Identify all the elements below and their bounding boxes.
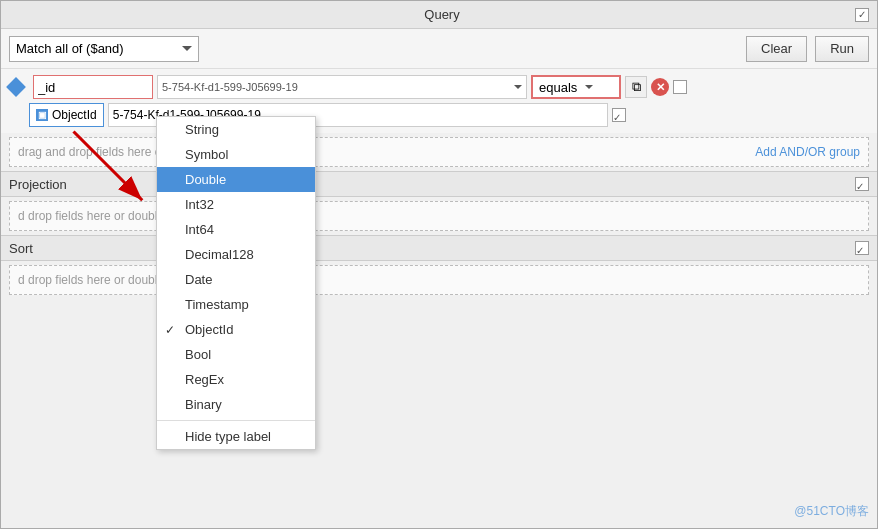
main-content: 5-754-Kf-d1-599-J05699-19 equals ⧉ ✕ ▣ O… <box>1 69 877 528</box>
type-hide-label-text: Hide type label <box>185 429 271 444</box>
field-name-input[interactable] <box>33 75 153 99</box>
type-int32-label: Int32 <box>185 197 214 212</box>
type-dropdown-menu: String Symbol Double Int32 Int64 Decimal… <box>156 116 316 450</box>
type-menu-double[interactable]: Double <box>157 167 315 192</box>
row-enable-checkbox[interactable] <box>673 80 687 94</box>
title-checkbox[interactable]: ✓ <box>855 8 869 22</box>
watermark: @51CTO博客 <box>794 503 869 520</box>
objectid-icon: ▣ <box>36 109 48 121</box>
projection-checkbox[interactable]: ✓ <box>855 177 869 191</box>
row-indent <box>9 80 29 94</box>
field-value-dropdown[interactable]: 5-754-Kf-d1-599-J05699-19 <box>157 75 527 99</box>
type-timestamp-label: Timestamp <box>185 297 249 312</box>
projection-header: Projection ✓ <box>1 171 877 197</box>
title-bar: Query ✓ <box>1 1 877 29</box>
sort-title: Sort <box>9 241 33 256</box>
clear-button[interactable]: Clear <box>746 36 807 62</box>
window-title: Query <box>29 7 855 22</box>
objectid-row: ▣ ObjectId ✓ <box>9 103 869 127</box>
type-menu-date[interactable]: Date <box>157 267 315 292</box>
match-dropdown-arrow <box>182 46 192 51</box>
type-symbol-label: Symbol <box>185 147 228 162</box>
field-type-icon <box>6 77 26 97</box>
sort-header: Sort ✓ <box>1 235 877 261</box>
type-menu-int32[interactable]: Int32 <box>157 192 315 217</box>
match-label: Match all of ($and) <box>16 41 176 56</box>
field-value-arrow <box>514 85 522 89</box>
type-bool-label: Bool <box>185 347 211 362</box>
projection-title: Projection <box>9 177 67 192</box>
type-string-label: String <box>185 122 219 137</box>
run-button[interactable]: Run <box>815 36 869 62</box>
query-field-row: 5-754-Kf-d1-599-J05699-19 equals ⧉ ✕ <box>9 75 869 99</box>
filter-drag-row: drag and drop fields here or double-clic… <box>9 137 869 167</box>
operator-label: equals <box>539 80 577 95</box>
type-double-label: Double <box>185 172 226 187</box>
type-menu-symbol[interactable]: Symbol <box>157 142 315 167</box>
type-date-label: Date <box>185 272 212 287</box>
type-menu-regex[interactable]: RegEx <box>157 367 315 392</box>
value-row-checkbox[interactable]: ✓ <box>612 108 626 122</box>
type-int64-label: Int64 <box>185 222 214 237</box>
sort-drag-row: d drop fields here or double-click <box>9 265 869 295</box>
operator-arrow <box>585 85 593 89</box>
type-menu-string[interactable]: String <box>157 117 315 142</box>
type-menu-divider <box>157 420 315 421</box>
type-regex-label: RegEx <box>185 372 224 387</box>
objectid-label: ObjectId <box>52 108 97 122</box>
type-decimal128-label: Decimal128 <box>185 247 254 262</box>
type-menu-bool[interactable]: Bool <box>157 342 315 367</box>
type-binary-label: Binary <box>185 397 222 412</box>
sort-checkbox[interactable]: ✓ <box>855 241 869 255</box>
projection-drag-row: d drop fields here or double-click <box>9 201 869 231</box>
type-objectid-label: ObjectId <box>185 322 233 337</box>
main-window: Query ✓ Match all of ($and) Clear Run 5-… <box>0 0 878 529</box>
remove-button[interactable]: ✕ <box>651 78 669 96</box>
add-group-link[interactable]: Add AND/OR group <box>755 145 860 159</box>
type-menu-decimal128[interactable]: Decimal128 <box>157 242 315 267</box>
type-menu-objectid[interactable]: ✓ ObjectId <box>157 317 315 342</box>
query-section: 5-754-Kf-d1-599-J05699-19 equals ⧉ ✕ ▣ O… <box>1 69 877 133</box>
type-menu-timestamp[interactable]: Timestamp <box>157 292 315 317</box>
operator-dropdown[interactable]: equals <box>531 75 621 99</box>
type-menu-int64[interactable]: Int64 <box>157 217 315 242</box>
objectid-checkmark: ✓ <box>165 323 175 337</box>
match-dropdown[interactable]: Match all of ($and) <box>9 36 199 62</box>
type-menu-hide-label[interactable]: Hide type label <box>157 424 315 449</box>
objectid-tag[interactable]: ▣ ObjectId <box>29 103 104 127</box>
field-value-text: 5-754-Kf-d1-599-J05699-19 <box>162 81 298 93</box>
type-menu-binary[interactable]: Binary <box>157 392 315 417</box>
copy-button[interactable]: ⧉ <box>625 76 647 98</box>
toolbar: Match all of ($and) Clear Run <box>1 29 877 69</box>
